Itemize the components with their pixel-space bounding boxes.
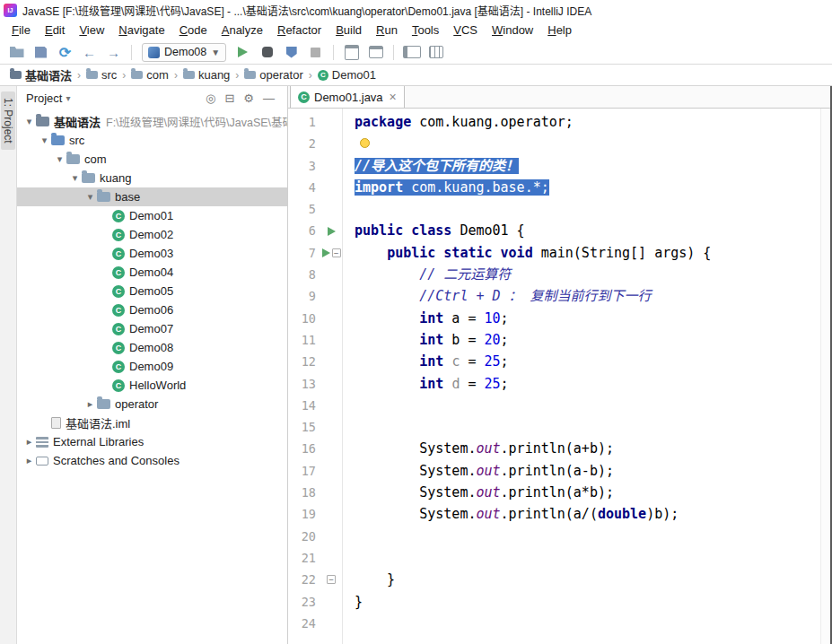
chevron-down-icon[interactable]: ▾ — [83, 191, 97, 203]
breadcrumb-基础语法[interactable]: 基础语法 — [7, 65, 74, 84]
tree-item-demo04[interactable]: CDemo04 — [17, 263, 287, 282]
tree-item-base[interactable]: ▾base — [17, 187, 287, 206]
intellij-logo-icon: IJ — [4, 4, 17, 17]
debug-icon[interactable] — [256, 42, 278, 62]
code-text — [342, 198, 355, 220]
menu-edit[interactable]: Edit — [38, 22, 72, 39]
menu-vcs[interactable]: VCS — [446, 22, 485, 39]
run-icon[interactable] — [232, 42, 254, 62]
chevron-right-icon[interactable]: ▸ — [83, 398, 97, 410]
code-line-3: 3//导入这个包下所有的类！ — [288, 155, 830, 177]
tree-item-external libraries[interactable]: ▸External Libraries — [17, 432, 287, 451]
tree-item-demo02[interactable]: CDemo02 — [17, 225, 287, 244]
run-gutter-icon[interactable]: − — [320, 242, 342, 264]
menu-window[interactable]: Window — [485, 22, 540, 39]
stop-icon[interactable] — [304, 42, 327, 62]
tree-item-demo07[interactable]: CDemo07 — [17, 319, 287, 338]
tree-item-基础语法[interactable]: ▾基础语法F:\班级管理\网课班\代码\JavaSE\基础... — [17, 112, 287, 131]
hide-icon[interactable]: — — [263, 92, 275, 104]
tree-item-demo08[interactable]: CDemo08 — [17, 338, 287, 357]
forward-icon[interactable]: → — [102, 42, 125, 62]
run-configuration-selector[interactable]: Demo08▼ — [142, 43, 226, 62]
menu-view[interactable]: View — [72, 22, 111, 39]
project-panel-header: Project ▾ ◎⊟⚙— — [17, 86, 287, 109]
menu-run[interactable]: Run — [369, 22, 405, 39]
structure-icon[interactable] — [340, 42, 363, 62]
breadcrumb-label: Demo01 — [332, 68, 376, 82]
fold-minus-icon[interactable]: − — [327, 575, 336, 584]
menu-help[interactable]: Help — [540, 22, 579, 39]
menu-analyze[interactable]: Analyze — [215, 22, 270, 39]
console-icon[interactable] — [364, 42, 387, 62]
coverage-icon[interactable] — [280, 42, 302, 62]
tab-demo01-java[interactable]: C Demo01.java × — [290, 86, 405, 108]
tree-item-kuang[interactable]: ▾kuang — [17, 169, 287, 187]
close-icon[interactable]: × — [390, 90, 397, 104]
tree-item-demo06[interactable]: CDemo06 — [17, 300, 287, 319]
fold-icon[interactable]: − — [320, 569, 342, 590]
run-triangle-icon[interactable] — [328, 227, 336, 236]
open-icon[interactable] — [5, 42, 28, 62]
tree-item-helloworld[interactable]: CHelloWorld — [17, 376, 287, 395]
code-editor[interactable]: 1package com.kuang.operator;23//导入这个包下所有… — [288, 109, 830, 644]
tree-item-src[interactable]: ▾src — [17, 131, 287, 150]
run-config-label: Demo08 — [164, 46, 206, 58]
breadcrumb-kuang[interactable]: kuang — [180, 67, 232, 83]
chevron-down-icon[interactable]: ▾ — [22, 116, 36, 127]
run-triangle-icon[interactable] — [322, 248, 330, 257]
editor-scrollbar[interactable] — [820, 109, 830, 644]
breadcrumb-com[interactable]: com — [128, 67, 171, 83]
settings-icon[interactable]: ⚙ — [243, 92, 254, 104]
sync-icon[interactable]: ⟳ — [54, 42, 76, 62]
tree-item-demo09[interactable]: CDemo09 — [17, 357, 287, 376]
breadcrumb-label: com — [146, 68, 169, 82]
iml-icon — [51, 417, 61, 429]
gutter-spacer — [320, 416, 342, 438]
breadcrumb-demo01[interactable]: CDemo01 — [315, 67, 379, 83]
breadcrumb-label: src — [101, 68, 117, 82]
code-text — [342, 133, 373, 154]
fold-minus-icon[interactable]: − — [332, 248, 341, 257]
tree-label: Demo06 — [129, 303, 173, 317]
tree-item-demo05[interactable]: CDemo05 — [17, 282, 287, 300]
toolbar-divider — [393, 45, 394, 60]
chevron-down-icon[interactable]: ▾ — [68, 172, 82, 184]
tree-item-基础语法.iml[interactable]: 基础语法.iml — [17, 413, 287, 432]
grid-icon[interactable] — [425, 42, 447, 62]
chevron-down-icon[interactable]: ▾ — [53, 153, 66, 165]
menu-bar: FileEditViewNavigateCodeAnalyzeRefactorB… — [0, 20, 832, 40]
menu-tools[interactable]: Tools — [405, 22, 446, 39]
locate-icon[interactable]: ◎ — [206, 92, 215, 104]
intention-bulb-icon[interactable] — [360, 138, 370, 148]
collapse-all-icon[interactable]: ⊟ — [224, 92, 234, 104]
chevron-right-icon[interactable]: ▸ — [22, 436, 36, 448]
back-icon[interactable]: ← — [78, 42, 101, 62]
folder-icon — [97, 192, 110, 202]
menu-navigate[interactable]: Navigate — [111, 22, 171, 39]
tree-item-com[interactable]: ▾com — [17, 150, 287, 169]
menu-code[interactable]: Code — [172, 22, 215, 39]
tree-label: operator — [115, 397, 158, 411]
folder-icon — [183, 71, 195, 79]
project-view-selector[interactable]: Project ▾ — [26, 91, 71, 105]
save-icon[interactable] — [30, 42, 52, 62]
chevron-down-icon[interactable]: ▾ — [38, 135, 51, 146]
breadcrumb-operator[interactable]: operator — [241, 67, 305, 83]
menu-file[interactable]: File — [4, 22, 38, 39]
chevron-right-icon[interactable]: ▸ — [22, 455, 36, 466]
tool-window-button-project[interactable]: 1: Project — [1, 91, 15, 150]
tree-item-scratches and consoles[interactable]: ▸Scratches and Consoles — [17, 451, 287, 470]
tree-item-demo03[interactable]: CDemo03 — [17, 244, 287, 263]
project-panel-title: Project — [26, 91, 62, 105]
code-text: package com.kuang.operator; — [342, 111, 574, 133]
run-gutter-icon[interactable] — [320, 220, 342, 241]
tree-item-operator[interactable]: ▸operator — [17, 395, 287, 413]
layout-icon[interactable] — [400, 42, 423, 62]
folder-icon — [82, 173, 95, 183]
line-number: 1 — [288, 111, 320, 133]
menu-refactor[interactable]: Refactor — [270, 22, 328, 39]
main-area: 1: Project Project ▾ ◎⊟⚙— ▾基础语法F:\班级管理\网… — [0, 86, 832, 644]
tree-item-demo01[interactable]: CDemo01 — [17, 206, 287, 225]
menu-build[interactable]: Build — [328, 22, 369, 39]
breadcrumb-src[interactable]: src — [83, 67, 119, 83]
